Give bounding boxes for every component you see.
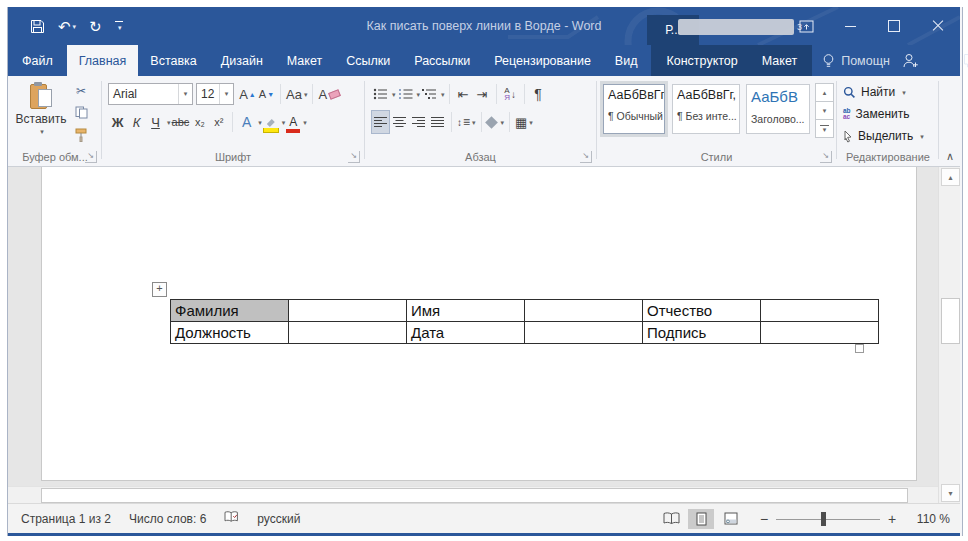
proofing-icon[interactable] [224,511,239,526]
find-button[interactable]: Найти▾ [843,82,906,102]
paste-button[interactable]: Вставить ▾ [14,80,68,154]
save-icon[interactable] [30,19,45,34]
table-cell[interactable]: Должность [171,322,289,344]
borders-button[interactable]: ▦▾ [515,111,533,133]
table-cell[interactable]: Подпись [643,322,761,344]
web-layout-button[interactable] [718,509,744,529]
increase-indent-button[interactable]: ⇥ [474,83,491,105]
cut-button[interactable]: ✂ [70,82,92,99]
grow-font-button[interactable]: А▲ [239,83,256,105]
format-painter-button[interactable] [70,126,92,143]
tab-table-design[interactable]: Конструктор [654,45,749,76]
decrease-indent-button[interactable]: ⇤ [455,83,472,105]
paragraph-dialog-launcher[interactable]: ↘ [580,151,592,163]
redo-button[interactable]: ↻ [89,19,102,34]
text-effects-button[interactable]: А [238,111,255,133]
table-cell[interactable] [525,300,643,322]
document-page[interactable]: + Фамилия Имя Отчество Должность Дата По… [41,167,917,481]
zoom-in-button[interactable]: + [886,511,898,527]
font-size-combo[interactable]: 12▾ [196,83,234,105]
maximize-button[interactable] [872,7,916,45]
tab-file[interactable]: Файл [8,45,67,76]
table-cell[interactable] [761,322,879,344]
table-cell[interactable]: Отчество [643,300,761,322]
print-layout-button[interactable] [688,509,714,529]
share-sign-in-icon[interactable] [890,45,931,76]
highlight-color-button[interactable] [263,111,279,133]
table-cell[interactable]: Имя [407,300,525,322]
zoom-level[interactable]: 110 % [904,512,950,526]
copy-button[interactable] [70,104,92,121]
collapse-ribbon-button[interactable]: ∧ [946,150,954,163]
clipboard-dialog-launcher[interactable]: ↘ [85,151,97,163]
shrink-font-button[interactable]: А▼ [258,83,275,105]
multilevel-list-button[interactable] [421,83,438,105]
vertical-scrollbar-thumb[interactable] [941,298,960,344]
styles-gallery-more-button[interactable]: ▾ [815,119,834,138]
tab-references[interactable]: Ссылки [334,45,402,76]
styles-dialog-launcher[interactable]: ↘ [820,151,832,163]
zoom-slider[interactable] [776,511,880,527]
tab-home[interactable]: Главная [67,45,139,76]
italic-button[interactable]: К [128,111,145,133]
align-center-button[interactable] [391,111,408,133]
replace-button[interactable]: abac Заменить [843,104,910,124]
style-card-heading1[interactable]: АаБбВ Заголово... [746,84,810,134]
customize-qat-button[interactable]: ▾ [115,21,123,32]
comments-icon[interactable] [951,45,968,76]
read-mode-button[interactable] [658,509,684,529]
scroll-down-arrow[interactable]: ▾ [941,484,960,502]
language-indicator[interactable]: русский [257,512,300,526]
table-cell[interactable] [761,300,879,322]
strikethrough-button[interactable]: abc [172,111,190,133]
font-dialog-launcher[interactable]: ↘ [348,151,360,163]
table-cell[interactable] [525,322,643,344]
font-color-button[interactable]: А [286,111,300,133]
numbering-button[interactable] [397,83,414,105]
table-move-handle[interactable]: + [152,282,167,297]
horizontal-scrollbar[interactable] [8,486,939,503]
tab-mailings[interactable]: Рассылки [402,45,482,76]
tab-layout[interactable]: Макет [275,45,334,76]
table-cell[interactable]: Фамилия [171,300,289,322]
shading-button[interactable]: ▾ [487,111,505,133]
align-left-button[interactable] [372,111,389,133]
show-marks-button[interactable]: ¶ [530,83,547,105]
zoom-out-button[interactable]: − [758,511,770,527]
tab-insert[interactable]: Вставка [138,45,208,76]
styles-scroll-up-button[interactable]: ▴ [815,83,834,102]
align-right-button[interactable] [410,111,427,133]
tab-design[interactable]: Дизайн [209,45,275,76]
styles-scroll-down-button[interactable]: ▾ [815,101,834,120]
sort-button[interactable]: АЯ ↓ [502,83,519,105]
zoom-slider-thumb[interactable] [821,512,826,526]
vertical-scrollbar[interactable]: ▴ ▾ [938,167,960,503]
page-indicator[interactable]: Страница 1 из 2 [21,512,111,526]
superscript-button[interactable]: х² [210,111,227,133]
tab-review[interactable]: Рецензирование [482,45,603,76]
style-card-no-spacing[interactable]: АаБбВвГг, ¶ Без инте... [672,84,740,134]
underline-button[interactable]: Ч [147,111,164,133]
tab-table-layout[interactable]: Макет [750,45,809,76]
clear-formatting-button[interactable]: А [318,83,340,105]
ribbon-display-options-button[interactable] [784,7,828,45]
close-button[interactable] [916,7,960,45]
style-card-normal[interactable]: АаБбВвГг, ¶ Обычный [600,81,668,137]
minimize-button[interactable] [828,7,872,45]
horizontal-scrollbar-thumb[interactable] [41,488,908,503]
table-cell[interactable] [289,322,407,344]
justify-button[interactable] [429,111,446,133]
word-count[interactable]: Число слов: 6 [129,512,206,526]
tab-view[interactable]: Вид [603,45,650,76]
select-button[interactable]: Выделить▾ [843,126,924,146]
bullets-button[interactable] [372,83,389,105]
line-spacing-button[interactable]: ↕≡▾ [457,111,476,133]
undo-button[interactable]: ↶▾ [58,19,76,34]
change-case-button[interactable]: Aa▾ [286,83,307,105]
tell-me-assistant[interactable]: Помощн [822,45,890,76]
subscript-button[interactable]: х₂ [191,111,208,133]
table-cell[interactable]: Дата [407,322,525,344]
table-cell[interactable] [289,300,407,322]
font-name-combo[interactable]: Arial▾ [108,83,193,105]
bold-button[interactable]: Ж [109,111,126,133]
